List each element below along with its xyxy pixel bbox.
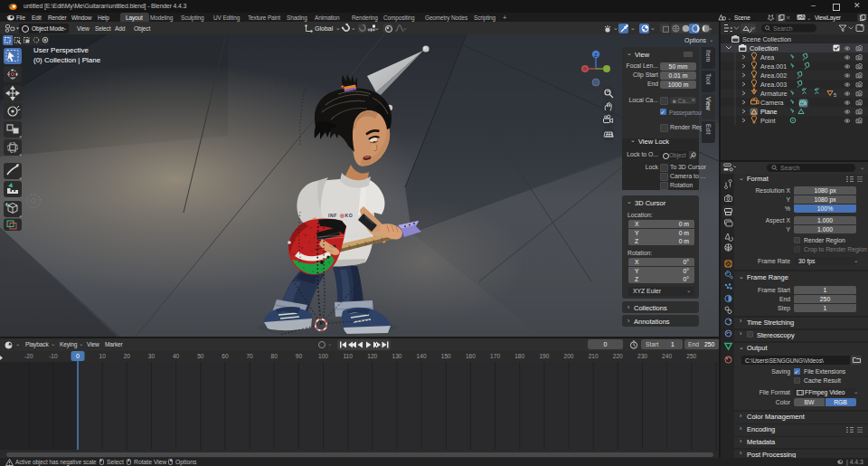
svg-text:User Perspective: User Perspective	[33, 46, 89, 54]
svg-text:(0) Collection | Plane: (0) Collection | Plane	[33, 56, 101, 64]
svg-text:170: 170	[490, 353, 500, 359]
svg-text:230: 230	[637, 353, 647, 359]
svg-text:KO: KO	[345, 213, 354, 218]
svg-text:-10: -10	[49, 353, 58, 359]
svg-text:130: 130	[392, 353, 401, 359]
svg-text:Search: Search	[773, 25, 793, 32]
svg-text:Point: Point	[760, 117, 775, 125]
svg-text:Area.003: Area.003	[760, 81, 787, 89]
svg-text:220: 220	[613, 353, 623, 359]
svg-text:50: 50	[197, 353, 204, 359]
svg-text:140: 140	[417, 353, 427, 359]
svg-text:Area.001: Area.001	[760, 62, 787, 71]
svg-text:20: 20	[124, 353, 131, 359]
svg-text:90: 90	[296, 353, 303, 359]
svg-text:30: 30	[148, 353, 156, 359]
svg-text:190: 190	[539, 353, 549, 359]
svg-text:0: 0	[76, 353, 80, 359]
svg-text:150: 150	[441, 353, 451, 359]
svg-text:Camera: Camera	[760, 99, 784, 107]
svg-text:120: 120	[367, 353, 377, 359]
svg-text:10: 10	[99, 353, 107, 359]
svg-text:Plane: Plane	[760, 108, 777, 116]
svg-text:70: 70	[246, 353, 253, 359]
svg-text:Area.002: Area.002	[760, 71, 787, 80]
svg-text:⌄: ⌄	[709, 36, 713, 43]
svg-text:Area: Area	[760, 53, 774, 62]
svg-text:Options: Options	[684, 37, 707, 44]
svg-text:200: 200	[563, 353, 573, 359]
svg-text:5: 5	[834, 92, 836, 98]
svg-text:210: 210	[589, 353, 599, 359]
svg-text:◎: ◎	[340, 213, 344, 218]
svg-text:Scene Collection: Scene Collection	[742, 35, 791, 43]
svg-text:160: 160	[466, 353, 476, 359]
svg-text:Collection: Collection	[750, 44, 778, 52]
svg-text:250: 250	[686, 353, 696, 359]
svg-text:-20: -20	[24, 353, 33, 359]
svg-text:110: 110	[343, 353, 353, 359]
svg-text:60: 60	[222, 353, 229, 359]
svg-text:240: 240	[662, 353, 672, 359]
svg-text:100: 100	[318, 353, 328, 359]
svg-text:80: 80	[271, 353, 278, 359]
svg-text:INF: INF	[328, 213, 337, 218]
svg-text:Armature: Armature	[760, 90, 788, 98]
svg-text:180: 180	[514, 353, 524, 359]
svg-text:40: 40	[173, 353, 180, 359]
